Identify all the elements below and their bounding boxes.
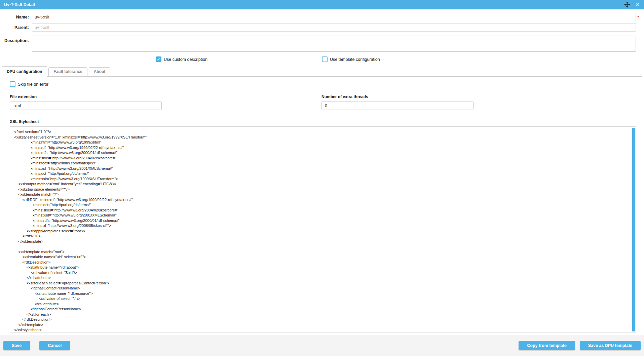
skip-file-on-error-option[interactable]: Skip file on error [10,81,635,87]
use-template-configuration-checkbox[interactable] [322,56,328,62]
file-extension-field: File extension [10,94,162,110]
save-button[interactable]: Save [3,341,30,350]
move-icon[interactable] [624,2,630,8]
extra-threads-input[interactable] [321,102,473,110]
xsl-stylesheet-label: XSL Stylesheet [10,119,635,124]
close-icon[interactable]: ✕ [636,2,640,7]
xsl-stylesheet-editor: <?xml version="1.0"?> <xsl:stylesheet ve… [10,126,636,332]
use-custom-description-label: Use custom description [164,57,207,62]
description-row: Description: [3,36,641,52]
description-label: Description: [3,36,32,43]
file-extension-label: File extension [10,94,162,99]
config-checkbox-row: ✓ Use custom description Use template co… [3,56,641,62]
cancel-button[interactable]: Cancel [39,341,70,350]
use-custom-description-option[interactable]: ✓ Use custom description [156,56,207,62]
template-buttons: Copy from template Save as DPU template [519,341,641,350]
extra-threads-label: Number of extra threads [321,94,473,99]
tab-fault-tolerance[interactable]: Fault tolerance [48,67,87,76]
editor-scrollbar[interactable] [632,128,635,331]
checkmark-icon: ✓ [157,57,160,62]
tabbar: DPU configuration Fault tolerance About [0,66,644,76]
required-asterisk: * [637,15,639,20]
description-input[interactable] [32,36,636,52]
dpu-configuration-panel: Skip file on error File extension Number… [2,76,642,331]
tab-dpu-configuration[interactable]: DPU configuration [2,66,47,77]
parent-input [32,23,636,32]
file-extension-input[interactable] [10,102,162,110]
skip-file-on-error-label: Skip file on error [18,82,48,87]
fields-row: File extension Number of extra threads [10,94,635,110]
name-row: Name: * [3,13,641,21]
dpu-detail-form: Name: * Parent: Description: ✓ Use custo… [0,9,644,62]
parent-label: Parent: [3,25,32,30]
titlebar-icons: ✕ [624,2,640,8]
xsl-stylesheet-input[interactable]: <?xml version="1.0"?> <xsl:stylesheet ve… [10,127,636,332]
save-as-dpu-template-button[interactable]: Save as DPU template [580,341,641,350]
use-custom-description-checkbox[interactable]: ✓ [156,56,161,62]
parent-row: Parent: [3,23,641,32]
dialog-footer: Save Cancel Copy from template Save as D… [0,335,644,356]
extra-threads-field: Number of extra threads [321,94,473,110]
name-input[interactable] [32,13,636,21]
dialog-titlebar: Uv-T-Xslt Detail ✕ [0,0,644,9]
name-label: Name: [3,15,32,19]
dialog-title: Uv-T-Xslt Detail [4,2,35,7]
use-template-configuration-option[interactable]: Use template configuration [322,56,380,62]
use-template-configuration-label: Use template configuration [330,57,380,62]
skip-file-on-error-checkbox[interactable] [10,81,15,87]
copy-from-template-button[interactable]: Copy from template [519,341,575,350]
tab-about[interactable]: About [89,67,111,76]
